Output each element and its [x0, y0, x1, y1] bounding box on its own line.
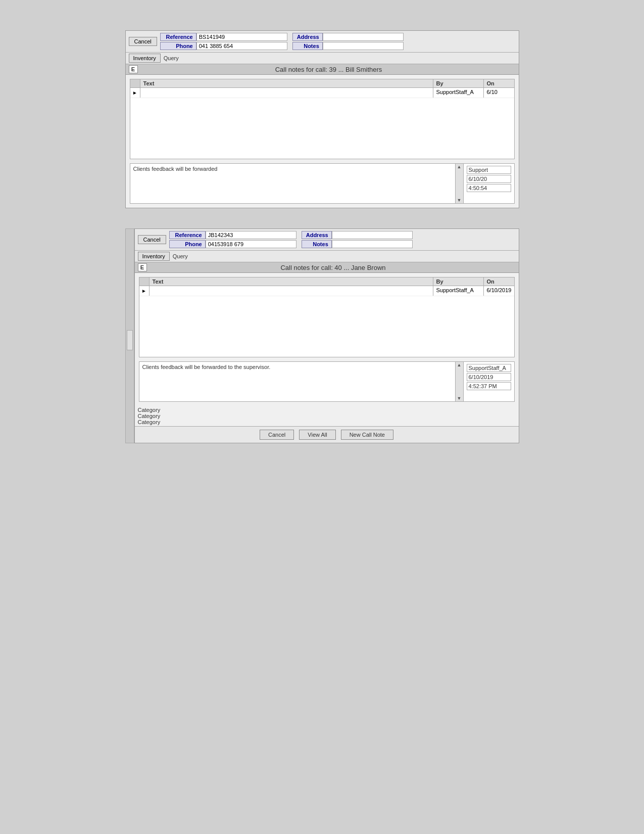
panel2-notes-bottom: Clients feedback will be forwarded to th… — [139, 361, 515, 402]
panel1-meta-time: 4:50:54 — [467, 184, 511, 192]
panel2-e-icon[interactable]: E — [138, 263, 147, 271]
panel2-cancel-button[interactable]: Cancel — [138, 235, 166, 244]
panel1-call-notes-title: Call notes for call: 39 ... Bill Smither… — [142, 66, 516, 73]
panel2-call-notes-title: Call notes for call: 40 ... Jane Brown — [151, 264, 516, 271]
panel2-inventory-button[interactable]: Inventory — [138, 252, 170, 261]
panel1-scroll-up-icon[interactable]: ▲ — [457, 164, 462, 169]
panel2-table-header: Text By On — [139, 277, 514, 286]
panel2-meta-time: 4:52:37 PM — [467, 382, 511, 390]
panel1-ref-row: Reference Address — [160, 33, 516, 41]
panel1-scroll-down-icon[interactable]: ▼ — [457, 198, 462, 203]
panel2-row-arrow: ► — [139, 286, 150, 296]
panel2-left-sidebar — [125, 228, 134, 443]
panel2-notes-text: Clients feedback will be forwarded to th… — [139, 362, 456, 401]
panel1-th-arrow — [130, 79, 140, 87]
panel2: Cancel Reference Address Phone Notes Inv… — [134, 228, 519, 443]
panel2-sidebar-thumb — [127, 330, 133, 350]
panel2-scroll[interactable]: ▲ ▼ — [456, 362, 464, 401]
panel1-notes-bottom: Clients feedback will be forwarded ▲ ▼ S… — [130, 163, 515, 204]
panel2-reference-label: Reference — [169, 231, 206, 239]
panel1-reference-input[interactable] — [196, 33, 287, 41]
panel1-phone-row: Phone Notes — [160, 42, 516, 50]
panel1-notes-label: Notes — [292, 42, 323, 50]
panel2-category-item-3: Category — [138, 419, 516, 425]
panel1-notes-table: Text By On ► SupportStaff_A 6/10 — [130, 79, 515, 159]
panel1-phone-input[interactable] — [196, 42, 287, 50]
panel1-address-input[interactable] — [323, 33, 404, 41]
panel1-row-text — [140, 88, 433, 98]
panel2-th-text: Text — [150, 277, 433, 286]
panel2-th-on: On — [484, 277, 514, 286]
panel1-query-label: Query — [164, 55, 179, 61]
panel1-e-icon-bar: E Call notes for call: 39 ... Bill Smith… — [126, 64, 519, 75]
panel2-ref-row: Reference Address — [169, 231, 516, 239]
panel2-address-label: Address — [302, 231, 332, 239]
panel1-th-text: Text — [140, 79, 433, 87]
panel1-empty-rows — [130, 98, 514, 159]
panel1-table-header: Text By On — [130, 79, 514, 88]
panel2-th-arrow — [139, 277, 150, 286]
panel2-row-text — [150, 286, 433, 296]
panel2-cancel-action-button[interactable]: Cancel — [260, 430, 294, 440]
panel2-scroll-down-icon[interactable]: ▼ — [457, 396, 462, 401]
panel2-query-label: Query — [173, 253, 188, 259]
panel1-row-on: 6/10 — [484, 88, 514, 98]
panel1-phone-label: Phone — [160, 42, 196, 50]
panel1-th-by: By — [433, 79, 484, 87]
panel2-wrapper: Cancel Reference Address Phone Notes Inv… — [125, 228, 519, 443]
panel2-address-input[interactable] — [332, 231, 413, 239]
panel1-scroll[interactable]: ▲ ▼ — [456, 164, 464, 203]
panel1-topbar: Cancel Reference Address Phone Notes — [126, 31, 519, 53]
panel1: Cancel Reference Address Phone Notes Inv… — [125, 30, 519, 208]
panel1-inventory-row: Inventory Query — [126, 53, 519, 64]
panel2-phone-label: Phone — [169, 240, 206, 248]
panel1-row-by: SupportStaff_A — [433, 88, 484, 98]
panel1-notes-meta: Support 6/10/20 4:50:54 — [464, 164, 514, 203]
panel1-table-row: ► SupportStaff_A 6/10 — [130, 88, 514, 98]
panel2-topbar: Cancel Reference Address Phone Notes — [135, 229, 519, 251]
panel2-view-all-button[interactable]: View All — [299, 430, 335, 440]
panel2-scroll-up-icon[interactable]: ▲ — [457, 362, 462, 367]
panel2-notes-input[interactable] — [332, 240, 413, 248]
panel2-category-item-1: Category — [138, 407, 516, 413]
panel1-th-on: On — [484, 79, 514, 87]
panel1-address-label: Address — [292, 33, 323, 41]
panel1-reference-label: Reference — [160, 33, 196, 41]
panel2-reference-input[interactable] — [206, 231, 296, 239]
panel1-cancel-button[interactable]: Cancel — [129, 37, 157, 46]
panel1-meta-date: 6/10/20 — [467, 175, 511, 183]
panel2-e-icon-bar: E Call notes for call: 40 ... Jane Brown — [135, 262, 519, 273]
panel1-e-icon[interactable]: E — [129, 65, 138, 73]
panel2-meta-staff: SupportStaff_A — [467, 364, 511, 372]
panel2-notes-meta: SupportStaff_A 6/10/2019 4:52:37 PM — [464, 362, 514, 401]
panel2-category-item-2: Category — [138, 413, 516, 419]
panel2-notes-label: Notes — [302, 240, 332, 248]
panel2-new-call-note-button[interactable]: New Call Note — [341, 430, 393, 440]
panel1-meta-staff: Support — [467, 166, 511, 174]
panel2-notes-table: Text By On ► SupportStaff_A 6/10/2019 — [139, 277, 515, 357]
panel2-inventory-row: Inventory Query — [135, 251, 519, 262]
panel2-th-by: By — [433, 277, 484, 286]
panel2-bottom-buttons: Cancel View All New Call Note — [135, 426, 519, 443]
panel2-table-row: ► SupportStaff_A 6/10/2019 — [139, 286, 514, 296]
panel1-row-arrow: ► — [130, 88, 140, 98]
panel1-notes-text: Clients feedback will be forwarded — [130, 164, 456, 203]
panel2-fields: Reference Address Phone Notes — [169, 231, 516, 248]
panel2-phone-input[interactable] — [206, 240, 296, 248]
panel2-empty-rows — [139, 296, 514, 357]
panel1-fields: Reference Address Phone Notes — [160, 33, 516, 50]
panel2-category-list: Category Category Category — [135, 406, 519, 426]
panel2-row-by: SupportStaff_A — [433, 286, 484, 296]
panel2-phone-row: Phone Notes — [169, 240, 516, 248]
panel2-row-on: 6/10/2019 — [484, 286, 514, 296]
panel2-meta-date: 6/10/2019 — [467, 373, 511, 381]
panel1-notes-input[interactable] — [323, 42, 404, 50]
panel1-inventory-button[interactable]: Inventory — [129, 54, 161, 63]
